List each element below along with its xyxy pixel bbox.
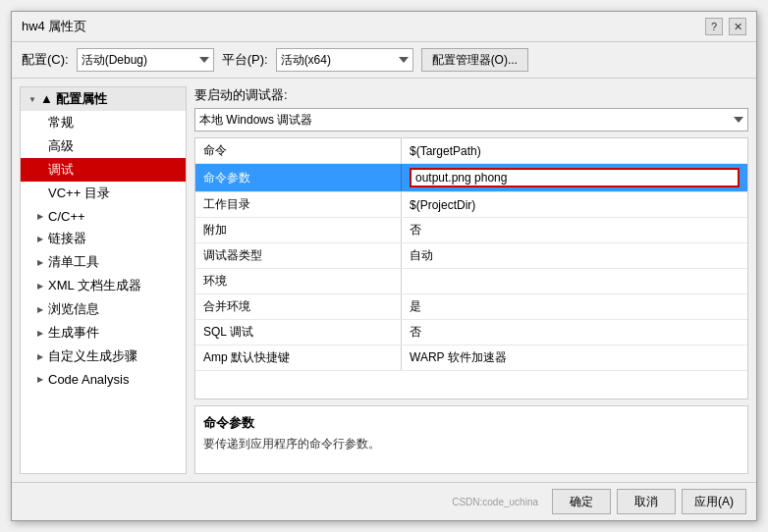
sidebar-vcpp-label: VC++ 目录	[48, 185, 182, 202]
general-expand-icon	[32, 115, 48, 131]
sidebar-item-custom-build[interactable]: 自定义生成步骤	[21, 345, 186, 368]
table-row[interactable]: 工作目录 $(ProjectDir)	[195, 192, 747, 218]
prop-val-env	[402, 269, 747, 293]
dialog-title: hw4 属性页	[22, 18, 86, 35]
sidebar-advanced-label: 高级	[48, 137, 182, 155]
table-row[interactable]: 附加 否	[195, 218, 747, 243]
prop-val-debugtype: 自动	[402, 243, 747, 268]
title-bar: hw4 属性页 ? ✕	[12, 12, 756, 42]
sidebar-browse-label: 浏览信息	[48, 300, 182, 318]
sidebar-manifest-label: 清单工具	[48, 253, 182, 271]
sidebar-item-debug[interactable]: 调试	[21, 158, 186, 182]
prop-key-mergeenv: 合并环境	[195, 294, 402, 319]
build-events-expand-icon	[32, 325, 48, 341]
sidebar-cpp-label: C/C++	[48, 209, 182, 224]
sidebar-code-analysis-label: Code Analysis	[48, 372, 182, 387]
debug-expand-icon	[32, 162, 48, 178]
prop-val-attach: 否	[402, 218, 747, 242]
dialog: hw4 属性页 ? ✕ 配置(C): 活动(Debug) 平台(P): 活动(x…	[11, 11, 757, 521]
sidebar-item-general[interactable]: 常规	[21, 111, 186, 134]
code-analysis-expand-icon	[32, 371, 48, 387]
platform-label: 平台(P):	[222, 51, 268, 69]
vcpp-expand-icon	[32, 186, 48, 201]
table-row[interactable]: 合并环境 是	[195, 294, 747, 320]
cpp-expand-icon	[32, 208, 48, 224]
desc-title: 命令参数	[203, 414, 740, 432]
custom-build-expand-icon	[32, 348, 48, 364]
table-row[interactable]: Amp 默认快捷键 WARP 软件加速器	[195, 346, 747, 371]
sidebar-custom-build-label: 自定义生成步骤	[48, 347, 182, 365]
help-button[interactable]: ?	[705, 18, 723, 35]
prop-val-sql: 否	[402, 320, 747, 345]
prop-key-amp: Amp 默认快捷键	[195, 346, 402, 370]
prop-val-workdir: $(ProjectDir)	[402, 192, 747, 217]
prop-val-mergeenv: 是	[402, 294, 747, 319]
prop-key-sql: SQL 调试	[195, 320, 402, 345]
sidebar-item-linker[interactable]: 链接器	[21, 227, 186, 250]
sidebar-item-vcpp-dirs[interactable]: VC++ 目录	[21, 182, 186, 205]
root-expand-icon	[25, 91, 40, 107]
apply-button[interactable]: 应用(A)	[682, 489, 746, 514]
sidebar-item-cpp[interactable]: C/C++	[21, 205, 186, 227]
config-label: 配置(C):	[22, 51, 69, 69]
main-area: ▲ 配置属性 常规 高级 调试 VC++ 目录 C/C++	[12, 79, 756, 482]
table-row-highlighted[interactable]: 命令参数 output.png phong	[195, 164, 747, 192]
manifest-expand-icon	[32, 254, 48, 270]
watermark: CSDN:code_uchina	[452, 497, 538, 507]
cancel-button[interactable]: 取消	[617, 489, 676, 514]
sidebar-item-browse[interactable]: 浏览信息	[21, 297, 186, 321]
debugger-section: 要启动的调试器: 本地 Windows 调试器	[194, 86, 748, 132]
sidebar-debug-label: 调试	[48, 161, 182, 179]
linker-expand-icon	[32, 231, 48, 246]
xml-expand-icon	[32, 278, 48, 293]
browse-expand-icon	[32, 301, 48, 317]
prop-val-amp: WARP 软件加速器	[402, 346, 747, 370]
sidebar-linker-label: 链接器	[48, 230, 182, 247]
debugger-label: 要启动的调试器:	[194, 86, 748, 104]
sidebar-root-label: ▲ 配置属性	[40, 90, 182, 108]
sidebar-item-manifest[interactable]: 清单工具	[21, 250, 186, 274]
toolbar: 配置(C): 活动(Debug) 平台(P): 活动(x64) 配置管理器(O)…	[12, 42, 756, 79]
table-row[interactable]: 命令 $(TargetPath)	[195, 138, 747, 164]
cmdargs-value-box[interactable]: output.png phong	[410, 168, 740, 187]
table-row[interactable]: 调试器类型 自动	[195, 243, 747, 269]
config-select[interactable]: 活动(Debug)	[77, 48, 214, 72]
sidebar-item-build-events[interactable]: 生成事件	[21, 321, 186, 345]
prop-key-attach: 附加	[195, 218, 402, 242]
bottom-row: CSDN:code_uchina 确定 取消 应用(A)	[12, 482, 756, 520]
prop-val-command: $(TargetPath)	[402, 138, 747, 163]
sidebar-tree: ▲ 配置属性 常规 高级 调试 VC++ 目录 C/C++	[20, 86, 187, 474]
sidebar-item-code-analysis[interactable]: Code Analysis	[21, 368, 186, 390]
config-manager-button[interactable]: 配置管理器(O)...	[421, 48, 528, 72]
debugger-select-row: 本地 Windows 调试器	[194, 108, 748, 132]
table-row[interactable]: 环境	[195, 269, 747, 294]
sidebar-general-label: 常规	[48, 114, 182, 132]
debugger-select[interactable]: 本地 Windows 调试器	[194, 108, 748, 132]
sidebar-xml-label: XML 文档生成器	[48, 277, 182, 294]
table-row[interactable]: SQL 调试 否	[195, 320, 747, 346]
close-button[interactable]: ✕	[729, 18, 746, 35]
ok-button[interactable]: 确定	[552, 489, 611, 514]
sidebar-build-events-label: 生成事件	[48, 324, 182, 342]
title-bar-controls: ? ✕	[705, 18, 746, 35]
content-panel: 要启动的调试器: 本地 Windows 调试器 命令 $(TargetPath)…	[194, 86, 748, 474]
desc-text: 要传递到应用程序的命令行参数。	[203, 436, 740, 452]
prop-key-workdir: 工作目录	[195, 192, 402, 217]
sidebar-item-xml[interactable]: XML 文档生成器	[21, 274, 186, 297]
prop-key-env: 环境	[195, 269, 402, 293]
prop-key-command: 命令	[195, 138, 402, 163]
platform-select[interactable]: 活动(x64)	[276, 48, 413, 72]
prop-key-cmdargs: 命令参数	[195, 164, 402, 191]
advanced-expand-icon	[32, 138, 48, 154]
prop-val-cmdargs: output.png phong	[402, 164, 747, 191]
sidebar-root[interactable]: ▲ 配置属性	[21, 87, 186, 111]
prop-key-debugtype: 调试器类型	[195, 243, 402, 268]
description-area: 命令参数 要传递到应用程序的命令行参数。	[194, 405, 748, 474]
sidebar-item-advanced[interactable]: 高级	[21, 134, 186, 158]
properties-table: 命令 $(TargetPath) 命令参数 output.png phong 工…	[194, 137, 748, 399]
